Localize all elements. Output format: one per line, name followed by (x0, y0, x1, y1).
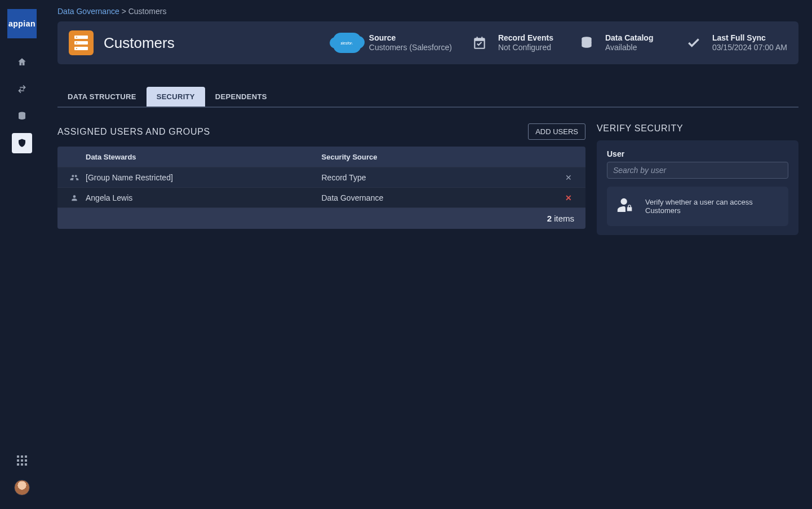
cell-steward: [Group Name Restricted] (86, 173, 322, 182)
nav-exchange[interactable] (12, 79, 32, 99)
table-row: [Group Name Restricted] Record Type ✕ (57, 167, 585, 187)
meta-catalog-label: Data Catalog (605, 33, 654, 42)
verify-card: User Verify whether a user can access Cu… (597, 140, 798, 235)
nav-database[interactable] (12, 106, 32, 126)
table-footer: 2items (57, 207, 585, 229)
verify-title: VERIFY SECURITY (597, 123, 798, 134)
col-stewards: Data Stewards (86, 153, 322, 161)
verify-field-label: User (607, 149, 788, 158)
remove-row-button[interactable]: ✕ (557, 193, 580, 202)
database-icon (576, 32, 597, 54)
app-logo[interactable]: appian (7, 9, 37, 38)
meta-sync-label: Last Full Sync (712, 33, 787, 42)
breadcrumb-current: Customers (128, 7, 167, 16)
add-users-button[interactable]: ADD USERS (528, 123, 585, 140)
cell-source: Data Governance (322, 193, 558, 202)
meta-source-value: Customers (Salesforce) (369, 42, 452, 52)
tab-security[interactable]: SECURITY (147, 87, 205, 107)
breadcrumb-sep: > (122, 7, 126, 16)
table-row: Angela Lewis Data Governance ✕ (57, 187, 585, 207)
check-icon (683, 32, 704, 54)
page-header: Customers salesforce Source Customers (S… (57, 21, 798, 64)
verify-hint-text: Verify whether a user can access Custome… (645, 198, 779, 215)
tabs: DATA STRUCTURE SECURITY DEPENDENTS (57, 87, 798, 108)
verify-user-input[interactable] (607, 162, 788, 179)
calendar-check-icon (469, 32, 490, 54)
breadcrumb-root[interactable]: Data Governance (57, 7, 119, 16)
meta-events-label: Record Events (498, 33, 553, 42)
breadcrumb: Data Governance > Customers (57, 7, 798, 16)
nav-home[interactable] (12, 52, 32, 72)
record-type-icon (69, 30, 94, 55)
meta-sync-value: 03/15/2024 07:00 AM (712, 42, 787, 52)
cell-source: Record Type (322, 173, 558, 182)
user-lock-icon (616, 197, 635, 216)
remove-row-button[interactable]: ✕ (557, 173, 580, 182)
col-source: Security Source (322, 153, 558, 161)
meta-source-label: Source (369, 33, 452, 42)
tab-data-structure[interactable]: DATA STRUCTURE (57, 87, 147, 107)
group-icon (63, 173, 86, 182)
nav-shield[interactable] (12, 133, 32, 153)
cell-steward: Angela Lewis (86, 193, 322, 202)
assigned-table: Data Stewards Security Source [Group Nam… (57, 147, 585, 229)
page-title: Customers (104, 34, 175, 52)
user-icon (63, 194, 86, 202)
apps-waffle-icon[interactable] (12, 450, 32, 471)
tab-dependents[interactable]: DEPENDENTS (205, 87, 277, 107)
meta-catalog-value: Available (605, 42, 654, 52)
user-avatar[interactable] (14, 480, 30, 495)
assigned-title: ASSIGNED USERS AND GROUPS (57, 127, 210, 137)
salesforce-icon: salesforce (333, 33, 361, 53)
meta-events-value: Not Configured (498, 42, 553, 52)
